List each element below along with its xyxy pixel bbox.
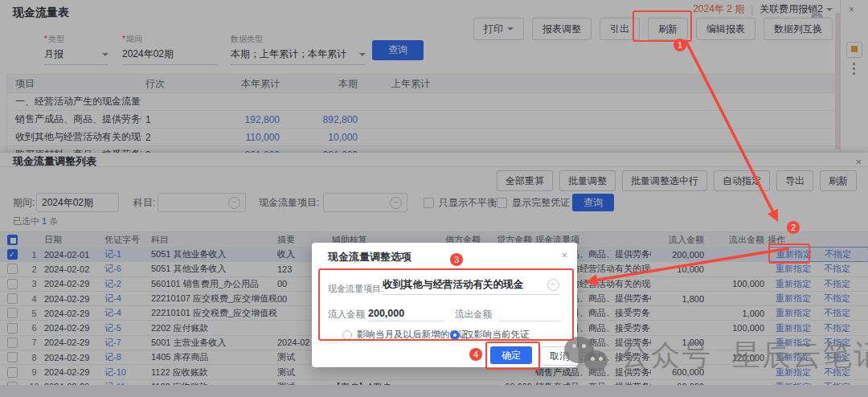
annotation-step-2: 2 xyxy=(787,221,800,234)
annotation-box-ok xyxy=(485,342,540,370)
annotation-box-report-adjust xyxy=(633,10,692,42)
annotation-step-4: 4 xyxy=(469,348,482,361)
annotation-box-dialog-form xyxy=(318,268,574,341)
watermark: 公众号 星辰云笔记 xyxy=(564,333,868,378)
watermark-text: 公众号 星辰云笔记 xyxy=(620,336,868,375)
annotation-step-3: 3 xyxy=(450,253,463,266)
dialog-title: 现金流量调整选项 xyxy=(328,250,411,264)
annotation-box-reassign xyxy=(768,244,810,264)
screen: 现金流量表 2024年 2 期 | 关联费用报销2 × 打印报表调整引出刷新编辑… xyxy=(0,0,868,397)
annotation-step-1: 1 xyxy=(674,39,686,51)
dialog-close-icon[interactable]: × xyxy=(561,249,567,261)
